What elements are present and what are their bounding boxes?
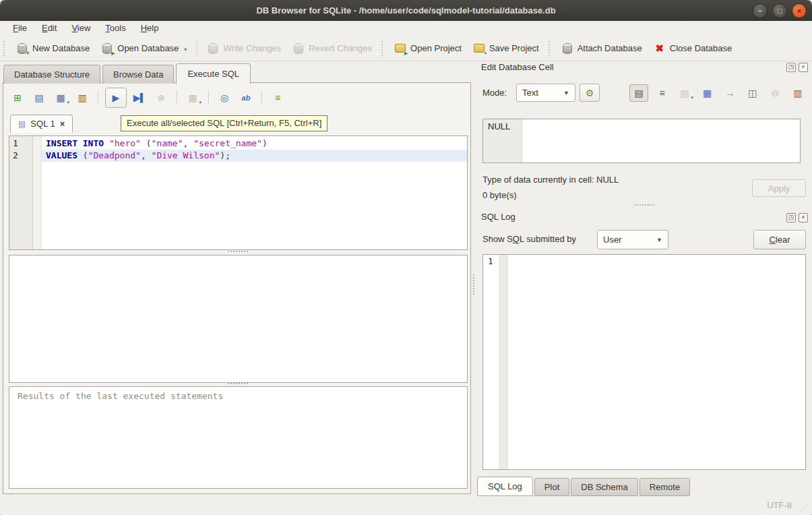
format-sql-icon[interactable]: ≡ <box>269 90 286 106</box>
find-icon[interactable]: ◎ <box>216 90 233 106</box>
close-panel-icon[interactable]: × <box>799 213 808 222</box>
close-sql-tab-icon[interactable]: × <box>60 119 65 129</box>
toolbar-button-label: New Database <box>32 43 90 53</box>
export-results-icon[interactable]: ▦▾ <box>184 90 201 106</box>
execute-sql-panel: ⊞▤▦▾▥▶▶▌⊗▦▾◎ab≡ ▤ SQL 1 × Execute all/se… <box>3 82 471 494</box>
toolbar-button-label: Write Changes <box>223 43 281 53</box>
revert-changes-button[interactable]: Revert Changes <box>287 40 378 57</box>
print-icon[interactable]: ▥ <box>73 90 91 106</box>
toolbar-drag-handle[interactable] <box>3 41 7 56</box>
open-project-button[interactable]: ▸Open Project <box>389 40 468 57</box>
fold-cell <box>33 138 42 150</box>
mode-label: Mode: <box>482 88 507 98</box>
new-database-icon: + <box>17 43 28 54</box>
new-database-button[interactable]: +New Database <box>11 40 96 57</box>
apply-button[interactable]: Apply <box>752 179 806 197</box>
menu-view[interactable]: View <box>64 21 98 35</box>
execute-all-icon[interactable]: ▶ <box>105 88 127 108</box>
bottom-tab-remote[interactable]: Remote <box>639 478 691 496</box>
bottom-tab-sql-log[interactable]: SQL Log <box>477 477 533 496</box>
toolbar-button-label: Open Project <box>410 43 462 53</box>
code-lines: 1INSERT INTO "hero" ("name", "secret_nam… <box>9 138 467 162</box>
gear-icon: ⚙ <box>586 88 594 98</box>
sql-code-editor[interactable]: 1INSERT INTO "hero" ("name", "secret_nam… <box>9 135 468 250</box>
export-cell-icon[interactable]: → <box>721 85 739 101</box>
cell-size-info: 0 byte(s) <box>482 190 517 200</box>
menubar: FileEditViewToolsHelp <box>0 20 812 36</box>
cell-editor-toolbar: ▤≡▤▾▦→◫⊖▥ <box>629 84 807 102</box>
window-controls: −□× <box>753 3 807 18</box>
dropdown-arrow-icon[interactable]: ▾ <box>184 47 187 54</box>
sql-log-area[interactable]: 1 <box>482 254 806 470</box>
menu-edit[interactable]: Edit <box>34 21 64 35</box>
attach-database-button[interactable]: Attach Database <box>556 40 648 57</box>
mode-value: Text <box>522 88 538 98</box>
set-null-icon[interactable]: ⊖ <box>766 85 784 101</box>
panel-splitter[interactable] <box>471 82 476 496</box>
write-changes-button[interactable]: Write Changes <box>201 40 287 57</box>
cell-text-area[interactable] <box>522 119 800 162</box>
titlebar[interactable]: DB Browser for SQLite - /home/user/code/… <box>0 0 812 21</box>
code-line-2[interactable]: 2VALUES ("Deadpond", "Dive Wilson"); <box>9 150 467 162</box>
link-cell-icon[interactable]: ◫ <box>744 85 761 101</box>
text-mode-icon[interactable]: ▤ <box>629 84 648 102</box>
execute-sql-tooltip: Execute all/selected SQL [Ctrl+Return, F… <box>121 115 327 131</box>
auto-mode-button[interactable]: ⚙ <box>580 84 600 102</box>
print-cell-icon[interactable]: ▥ <box>789 85 807 101</box>
edit-cell-title: Edit Database Cell <box>481 62 554 72</box>
minimize-button[interactable]: − <box>753 3 768 18</box>
code-line-1[interactable]: 1INSERT INTO "hero" ("name", "secret_nam… <box>9 138 467 150</box>
import-cell-icon[interactable]: ▦ <box>699 85 716 101</box>
find-replace-icon[interactable]: ab <box>237 90 255 106</box>
tab-database-structure[interactable]: Database Structure <box>3 65 100 84</box>
close-button[interactable]: × <box>792 3 807 18</box>
maximize-button[interactable]: □ <box>772 3 787 18</box>
sql-document-tab[interactable]: ▤ SQL 1 × <box>10 115 73 133</box>
bottom-tab-db-schema[interactable]: DB Schema <box>571 478 637 496</box>
menu-file[interactable]: File <box>5 21 34 35</box>
results-grid-pane[interactable] <box>9 255 468 383</box>
window-title: DB Browser for SQLite - /home/user/code/… <box>256 5 555 16</box>
sql-tab-label: SQL 1 <box>30 119 55 129</box>
sql-editor-toolbar: ⊞▤▦▾▥▶▶▌⊗▦▾◎ab≡ <box>9 88 286 108</box>
close-panel-icon[interactable]: × <box>799 63 808 72</box>
edit-cell-header-buttons: ◳ × <box>786 63 808 72</box>
close-database-button[interactable]: ✖Close Database <box>648 40 739 57</box>
menu-tools[interactable]: Tools <box>98 21 133 35</box>
resize-grip-icon[interactable]: ⋰ <box>799 503 807 512</box>
word-wrap-icon[interactable]: ≡ <box>654 85 671 101</box>
clear-log-button[interactable]: Clear <box>753 230 806 249</box>
results-message-splitter[interactable] <box>9 381 466 386</box>
menu-help[interactable]: Help <box>133 21 166 35</box>
open-database-button[interactable]: ▸Open Database▾ <box>96 40 193 57</box>
save-project-icon: ▪ <box>474 43 485 54</box>
fold-cell <box>33 150 42 162</box>
cell-value-editor[interactable]: NULL <box>482 119 801 163</box>
tab-browse-data[interactable]: Browse Data <box>102 65 174 84</box>
log-filter-select[interactable]: User ▼ <box>597 230 668 249</box>
log-line-number: 1 <box>483 256 498 266</box>
stop-icon[interactable]: ⊗ <box>152 90 170 106</box>
cell-null-gutter: NULL <box>483 119 522 162</box>
open-project-icon: ▸ <box>395 43 406 54</box>
dock-splitter[interactable] <box>482 202 806 208</box>
mode-select[interactable]: Text ▼ <box>516 84 575 102</box>
toolbar-separator <box>549 41 553 56</box>
open-new-tab-icon[interactable]: ⊞ <box>9 90 26 106</box>
toolbar-separator <box>177 90 177 105</box>
float-panel-icon[interactable]: ◳ <box>786 213 796 222</box>
bottom-tab-plot[interactable]: Plot <box>534 478 569 496</box>
open-sql-file-icon[interactable]: ▤ <box>30 90 48 106</box>
main-toolbar: +New Database▸Open Database▾Write Change… <box>0 36 812 61</box>
editor-results-splitter[interactable] <box>9 249 466 254</box>
save-project-button[interactable]: ▪Save Project <box>468 40 545 57</box>
save-cell-icon[interactable]: ▤▾ <box>676 85 693 101</box>
float-panel-icon[interactable]: ◳ <box>786 63 796 72</box>
tab-execute-sql[interactable]: Execute SQL <box>176 63 251 84</box>
encoding-selector[interactable]: UTF-8 <box>767 500 792 510</box>
results-message-pane[interactable]: Results of the last executed statements <box>9 386 468 489</box>
execute-current-line-icon[interactable]: ▶▌ <box>131 90 148 106</box>
save-sql-file-icon[interactable]: ▦▾ <box>52 90 69 106</box>
toolbar-separator <box>208 90 209 105</box>
toolbar-separator <box>197 40 197 57</box>
